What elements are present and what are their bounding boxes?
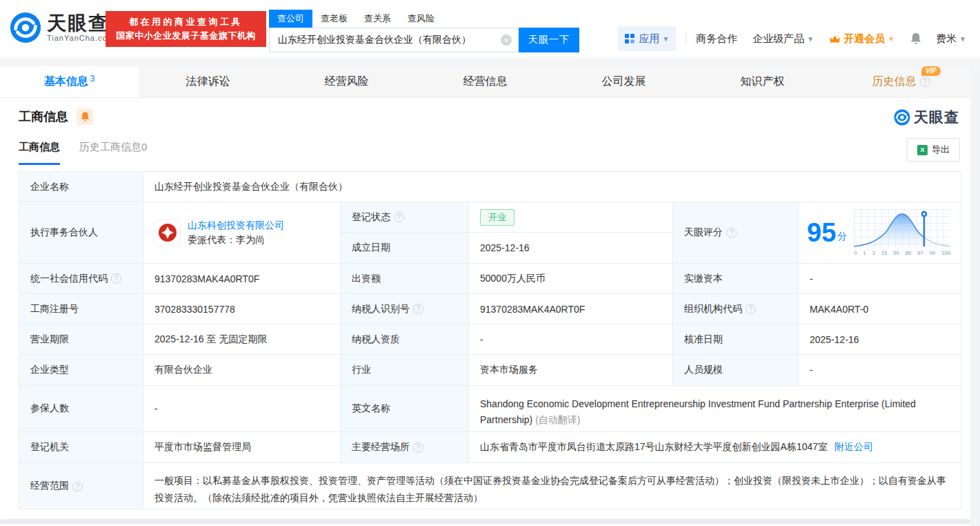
label-company-type: 企业类型 [19,355,143,386]
help-icon[interactable] [920,77,930,87]
label-text: 组织机构代码 [684,303,742,315]
help-icon[interactable] [111,273,121,284]
label-credit-code: 统一社会信用代码 [19,264,143,294]
tab-label: 公司发展 [602,75,646,89]
status-badge: 开业 [480,209,514,226]
value-staff-size: - [799,355,961,386]
search-tab-boss[interactable]: 查老板 [312,10,356,28]
nearby-companies-link[interactable]: 附近公司 [834,441,873,454]
tab-label: 历史信息 [872,75,917,89]
username: 费米 [936,32,957,46]
value-org-code: MAK4A0RT-0 [799,294,961,324]
help-icon[interactable] [413,442,423,453]
top-header: 天眼查 TianYanCha.com 都在用的商业查询工具 国家中小企业发展子基… [0,0,980,58]
label-insured-count: 参保人数 [19,386,143,432]
search-tab-risk[interactable]: 查风险 [399,10,443,28]
apps-menu-button[interactable]: 应用 ▼ [618,26,676,51]
value-main-address: 山东省青岛市平度市凤台街道太原路17号山东财经大学平度创新创业园A栋1047室 … [469,432,961,463]
partner-representative: 委派代表：李为尚 [188,233,284,247]
crown-icon [829,33,841,45]
label-text: 纳税人识别号 [352,303,410,315]
value-capital: 50000万人民币 [469,264,673,294]
label-registration-number: 工商注册号 [19,294,143,324]
tab-operation-info[interactable]: 经营信息 [416,66,554,97]
label-text: 统一社会信用代码 [30,273,108,285]
value-taxpayer-quality: - [469,324,673,355]
promo-line2: 国家中小企业发展子基金旗下机构 [116,29,256,43]
header-nav: 应用 ▼ 商务合作 企业级产品 ▼ 开通会员 ▼ 费米 ▼ [618,26,969,51]
logo-title: 天眼查 [47,13,114,34]
search-tab-relation[interactable]: 查关系 [356,10,399,28]
tab-label: 知识产权 [741,75,785,89]
apps-grid-icon [625,34,634,43]
address-text: 山东省青岛市平度市凤台街道太原路17号山东财经大学平度创新创业园A栋1047室 [480,441,828,454]
value-approval-date: 2025-12-16 [799,324,961,355]
label-org-code: 组织机构代码 [673,294,799,324]
help-icon[interactable] [413,304,423,314]
tab-company-development[interactable]: 公司发展 [554,66,693,97]
tianyancha-logo[interactable]: 天眼查 TianYanCha.com [10,12,114,43]
tab-basic-info[interactable]: 基本信息 3 [0,66,139,97]
label-business-scope: 经营范围 [19,463,143,509]
tianyancha-eye-icon [10,12,41,43]
search-input[interactable] [269,28,519,52]
section-header: 工商信息 天眼查 [0,98,970,135]
export-label: 导出 [932,144,950,156]
label-registry-authority: 登记机关 [19,432,143,463]
vip-badge: VIP [921,66,941,76]
value-registry-authority: 平度市市场监督管理局 [143,432,341,463]
tab-label: 经营风险 [325,75,369,89]
chevron-down-icon: ▼ [662,35,669,43]
partner-name-link[interactable]: 山东科创投资有限公司 [188,220,284,231]
nav-enterprise-products[interactable]: 企业级产品 ▼ [752,32,814,46]
value-tianyan-score: 95 分 [799,202,961,264]
vip-label: 开通会员 [843,32,885,46]
partner-logo-emblem-icon [158,223,177,242]
search-button[interactable]: 天眼一下 [519,28,579,52]
subtab-business-info[interactable]: 工商信息 [19,141,60,165]
clear-search-icon[interactable] [501,35,512,46]
label-text: 主要经营场所 [352,441,410,454]
horizontal-scrollbar[interactable] [0,519,970,524]
subscribe-bell-icon[interactable] [77,108,93,125]
promo-line1: 都在用的商业查询工具 [129,15,243,29]
notification-bell-icon[interactable] [910,32,922,46]
main-tabbar: 基本信息 3 法律诉讼 经营风险 经营信息 公司发展 知识产权 历史信息 VIP [0,66,970,98]
tab-legal-litigation[interactable]: 法律诉讼 [139,66,277,97]
label-text: 天眼评分 [684,226,723,239]
value-industry: 资本市场服务 [469,355,673,386]
label-approval-date: 核准日期 [673,324,799,355]
business-info-table: 企业名称 山东经开创业投资基金合伙企业（有限合伙） 执行事务合伙人 山东科创投资… [19,171,961,509]
partner-company-logo[interactable] [154,220,181,246]
apps-label: 应用 [639,32,659,46]
score-distribution-chart: 01 315 5085 9799 100 [854,209,950,256]
help-icon[interactable] [72,481,83,491]
value-company-name: 山东经开创业投资基金合伙企业（有限合伙） [143,172,961,202]
watermark-text: 天眼查 [914,108,959,127]
label-company-name: 企业名称 [19,172,143,202]
chevron-down-icon: ▼ [959,35,966,43]
value-english-name: Shandong Economic Development Entreprene… [469,386,961,432]
help-icon[interactable] [746,304,756,314]
value-taxpayer-id: 91370283MAK4A0RT0F [469,294,673,324]
subtab-history-business-info[interactable]: 历史工商信息0 [79,141,147,165]
label-paid-capital: 实缴资本 [673,264,799,294]
label-staff-size: 人员规模 [673,355,799,386]
export-button[interactable]: 导出 [907,138,960,162]
tab-intellectual-property[interactable]: 知识产权 [693,66,832,97]
tab-history-info[interactable]: 历史信息 VIP [832,66,970,97]
score-unit: 分 [837,231,847,243]
nav-business-cooperation[interactable]: 商务合作 [696,32,737,46]
label-establish-date: 成立日期 [341,233,469,264]
tab-label: 经营信息 [463,75,508,89]
help-icon[interactable] [394,212,404,222]
help-icon[interactable] [726,228,737,238]
user-menu[interactable]: 费米 ▼ [936,32,966,46]
score-number: 95 [807,220,836,246]
section-title: 工商信息 [19,108,68,125]
search-tab-company[interactable]: 查公司 [269,10,312,28]
nav-open-vip[interactable]: 开通会员 ▼ [829,32,894,46]
value-insured-count: - [143,386,341,432]
tab-operation-risk[interactable]: 经营风险 [277,66,416,97]
label-capital: 出资额 [341,264,469,294]
